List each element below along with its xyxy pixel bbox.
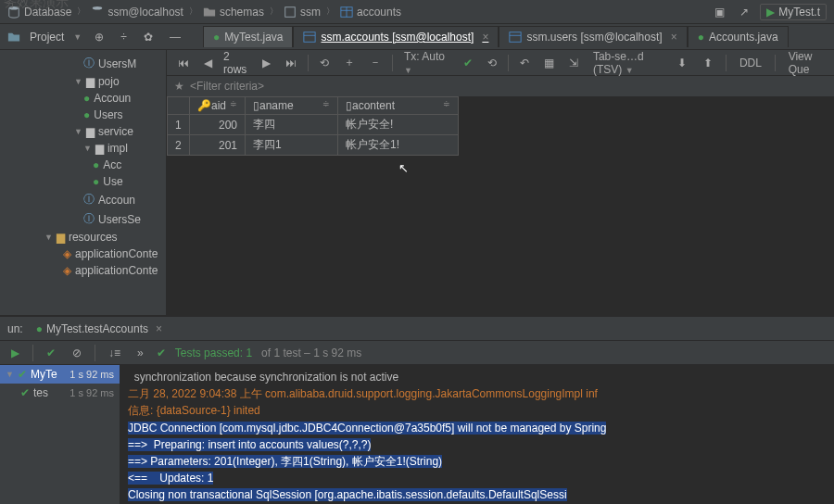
run-tab[interactable]: ● MyTest.testAccounts × [29, 320, 170, 338]
breadcrumb-item[interactable]: schemas [203, 6, 264, 19]
breadcrumb-label: ssm [300, 6, 321, 19]
cell-acontent[interactable]: 帐户安全1! [338, 135, 459, 156]
column-header-acontent[interactable]: ▯acontent≑ [338, 97, 459, 115]
open-icon[interactable]: ↗ [736, 4, 752, 20]
table-row[interactable]: 1 200 李四 帐户安全! [168, 115, 459, 135]
test-node[interactable]: ▼ ✔ MyTe 1 s 92 ms [0, 365, 120, 384]
commit-icon[interactable]: ✔ [460, 55, 476, 71]
last-page-icon[interactable]: ⏭ [282, 55, 300, 71]
close-icon[interactable]: × [671, 31, 677, 44]
upload-icon[interactable]: ⬆ [700, 55, 716, 71]
filter-placeholder: <Filter criteria> [190, 80, 264, 93]
tx-mode[interactable]: Tx: Auto ▼ [400, 48, 452, 78]
breadcrumb-item[interactable]: ssm@localhost [91, 6, 183, 19]
cell-aname[interactable]: 李四1 [246, 135, 338, 156]
interface-icon: Ⓘ [83, 211, 95, 227]
expand-icon[interactable]: » [133, 345, 147, 361]
tree-folder-service[interactable]: ▼▆service [0, 123, 166, 140]
cell-aname[interactable]: 李四 [246, 115, 338, 135]
test-node-label: tes [33, 386, 48, 399]
test-node-label: MyTe [31, 368, 57, 381]
select-target-icon[interactable]: ⊕ [91, 29, 107, 45]
tests-rest: of 1 test – 1 s 92 ms [261, 346, 361, 359]
ddl-button[interactable]: DDL [736, 55, 765, 71]
console-output[interactable]: synchronization because synchronization … [120, 365, 834, 504]
next-page-icon[interactable]: ▶ [259, 55, 274, 71]
tab-mytest[interactable]: ● MyTest.java [203, 26, 294, 47]
chevron-right-icon: 〉 [77, 6, 85, 18]
breadcrumb-item[interactable]: accounts [340, 6, 401, 19]
pass-icon: ✔ [20, 386, 30, 399]
reload-icon[interactable]: ⟲ [316, 55, 333, 71]
sort-icon[interactable]: ↓≡ [105, 345, 124, 361]
compare-icon[interactable]: ▦ [540, 55, 558, 71]
download-icon[interactable]: ⬇ [674, 55, 690, 71]
run-tab-label: MyTest.testAccounts [46, 322, 148, 335]
tab-accounts-table[interactable]: ssm.accounts [ssm@localhost] × [293, 26, 499, 47]
hide-icon[interactable]: — [166, 29, 184, 45]
column-header-aname[interactable]: ▯aname≑ [246, 97, 338, 115]
run-panel: un: ● MyTest.testAccounts × ▶ ✔ ⊘ ↓≡ » ✔… [0, 315, 834, 504]
tree-item[interactable]: ⒾUsersM [0, 54, 166, 73]
tree-item[interactable]: ◈applicationConte [0, 262, 166, 279]
tree-folder-resources[interactable]: ▼▆resources [0, 229, 166, 246]
test-tree: ▼ ✔ MyTe 1 s 92 ms ✔ tes 1 s 92 ms [0, 365, 120, 504]
test-node[interactable]: ✔ tes 1 s 92 ms [0, 384, 120, 402]
remove-row-icon[interactable]: － [366, 53, 385, 72]
rollback-icon[interactable]: ⟲ [484, 55, 500, 71]
ignore-filter-icon[interactable]: ⊘ [69, 345, 85, 361]
collapse-icon[interactable]: ÷ [117, 29, 131, 45]
breadcrumb-item[interactable]: ssm [284, 6, 321, 19]
svg-point-1 [93, 6, 103, 9]
play-icon: ▶ [766, 6, 775, 19]
tree-item[interactable]: ●Use [0, 173, 166, 190]
add-row-icon[interactable]: ＋ [340, 53, 359, 72]
tree-item[interactable]: ●Acc [0, 157, 166, 173]
editor-tabs: ● MyTest.java ssm.accounts [ssm@localhos… [203, 26, 789, 47]
cell-acontent[interactable]: 帐户安全! [338, 115, 459, 135]
chevron-down-icon: ▼ [6, 370, 14, 379]
tree-folder-impl[interactable]: ▼▆impl [0, 140, 166, 157]
table-icon [303, 31, 316, 44]
tree-item[interactable]: ●Accoun [0, 90, 166, 107]
tree-item[interactable]: ◈applicationConte [0, 246, 166, 262]
class-icon: ● [83, 92, 90, 105]
column-header-aid[interactable]: 🔑aid≑ [190, 97, 246, 115]
extractor-dropdown[interactable]: Tab-se…d (TSV) ▼ [589, 48, 664, 78]
row-number: 2 [168, 135, 190, 156]
cell-aid[interactable]: 200 [190, 115, 246, 135]
chevron-down-icon[interactable]: ▼ [73, 32, 82, 42]
tree-item[interactable]: ⒾUsersSe [0, 209, 166, 229]
tab-users-table[interactable]: ssm.users [ssm@localhost] × [499, 26, 687, 47]
test-icon: ● [36, 322, 43, 335]
cell-aid[interactable]: 201 [190, 135, 246, 156]
tree-item[interactable]: ●Users [0, 107, 166, 123]
tree-folder-pojo[interactable]: ▼▆pojo [0, 73, 166, 90]
interface-icon: Ⓘ [83, 56, 95, 71]
layout-icon[interactable]: ▣ [711, 4, 728, 20]
chevron-right-icon: 〉 [326, 6, 335, 18]
project-label[interactable]: Project [30, 31, 64, 44]
project-sidebar: ⒾUsersM ▼▆pojo ●Accoun ●Users ▼▆service … [0, 50, 167, 315]
prev-page-icon[interactable]: ◀ [200, 55, 216, 71]
tab-accounts-java[interactable]: ● Accounts.java [688, 26, 789, 47]
tree-item[interactable]: ⒾAccoun [0, 190, 166, 209]
table-row[interactable]: 2 201 李四1 帐户安全1! [168, 135, 459, 156]
column-icon: ▯ [253, 99, 259, 112]
chevron-down-icon: ▼ [83, 144, 92, 153]
run-target[interactable]: ▶ MyTest.t [760, 4, 827, 20]
first-page-icon[interactable]: ⏮ [174, 55, 193, 71]
rerun-icon[interactable]: ▶ [7, 345, 23, 361]
settings-icon[interactable]: ✿ [140, 29, 157, 45]
revert-icon[interactable]: ↶ [516, 55, 533, 71]
export-icon[interactable]: ⇲ [565, 55, 582, 71]
pass-filter-icon[interactable]: ✔ [43, 345, 59, 361]
view-query-button[interactable]: View Que [785, 48, 827, 78]
svg-rect-6 [304, 32, 315, 43]
row-number: 1 [168, 115, 190, 135]
close-icon[interactable]: × [156, 322, 162, 335]
interface-icon: Ⓘ [83, 192, 95, 208]
rownum-header [168, 97, 190, 115]
filter-input[interactable]: ★ <Filter criteria> [167, 76, 834, 96]
close-icon[interactable]: × [482, 31, 488, 44]
